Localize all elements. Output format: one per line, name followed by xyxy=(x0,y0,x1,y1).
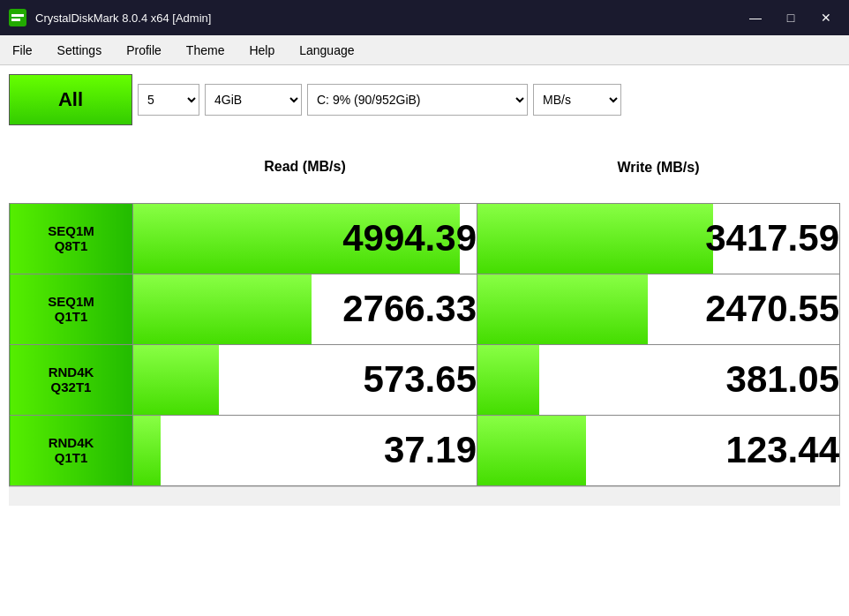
menu-file[interactable]: File xyxy=(0,38,45,63)
read-value-0: 4994.39 xyxy=(133,203,477,274)
minimize-button[interactable]: — xyxy=(740,4,771,31)
read-value-3: 37.19 xyxy=(133,415,477,485)
table-row: RND4KQ1T1 37.19 123.44 xyxy=(10,415,840,485)
main-content: All 5 1 3 4GiB 1GiB 8GiB C: 9% (90/952Gi… xyxy=(0,65,849,616)
results-table: Read (MB/s) Write (MB/s) SEQ1MQ8T1 4994.… xyxy=(9,132,840,486)
count-select[interactable]: 5 1 3 xyxy=(138,84,199,116)
title-bar: CrystalDiskMark 8.0.4 x64 [Admin] — □ ✕ xyxy=(0,0,849,35)
write-value-2: 381.05 xyxy=(477,344,840,415)
menu-theme[interactable]: Theme xyxy=(174,38,237,63)
controls-row: All 5 1 3 4GiB 1GiB 8GiB C: 9% (90/952Gi… xyxy=(9,74,840,125)
maximize-button[interactable]: □ xyxy=(775,4,807,31)
menu-settings[interactable]: Settings xyxy=(45,38,115,63)
menu-language[interactable]: Language xyxy=(287,38,366,63)
menu-bar: File Settings Profile Theme Help Languag… xyxy=(0,35,849,65)
all-button[interactable]: All xyxy=(9,74,132,125)
row-label-0: SEQ1MQ8T1 xyxy=(10,203,133,274)
app-icon xyxy=(7,7,28,28)
write-value-3: 123.44 xyxy=(477,415,840,485)
window-title: CrystalDiskMark 8.0.4 x64 [Admin] xyxy=(35,11,211,25)
drive-select[interactable]: C: 9% (90/952GiB) xyxy=(307,84,528,116)
size-select[interactable]: 4GiB 1GiB 8GiB xyxy=(205,84,302,116)
row-label-3: RND4KQ1T1 xyxy=(10,415,133,485)
write-value-1: 2470.55 xyxy=(477,274,840,344)
svg-rect-1 xyxy=(11,14,24,17)
write-header: Write (MB/s) xyxy=(617,160,699,175)
menu-help[interactable]: Help xyxy=(237,38,287,63)
read-value-2: 573.65 xyxy=(133,344,477,415)
unit-select[interactable]: MB/s GB/s xyxy=(533,84,621,116)
write-value-0: 3417.59 xyxy=(477,203,840,274)
svg-rect-2 xyxy=(11,19,20,21)
menu-profile[interactable]: Profile xyxy=(114,38,174,63)
status-bar xyxy=(9,486,840,506)
close-button[interactable]: ✕ xyxy=(810,4,842,31)
row-label-1: SEQ1MQ1T1 xyxy=(10,274,133,344)
read-value-1: 2766.33 xyxy=(133,274,477,344)
svg-rect-0 xyxy=(9,9,26,26)
table-row: RND4KQ32T1 573.65 381.05 xyxy=(10,344,840,415)
table-row: SEQ1MQ1T1 2766.33 2470.55 xyxy=(10,274,840,344)
read-header: Read (MB/s) xyxy=(264,159,345,174)
row-label-2: RND4KQ32T1 xyxy=(10,344,133,415)
table-row: SEQ1MQ8T1 4994.39 3417.59 xyxy=(10,203,840,274)
window-controls: — □ ✕ xyxy=(740,4,842,31)
